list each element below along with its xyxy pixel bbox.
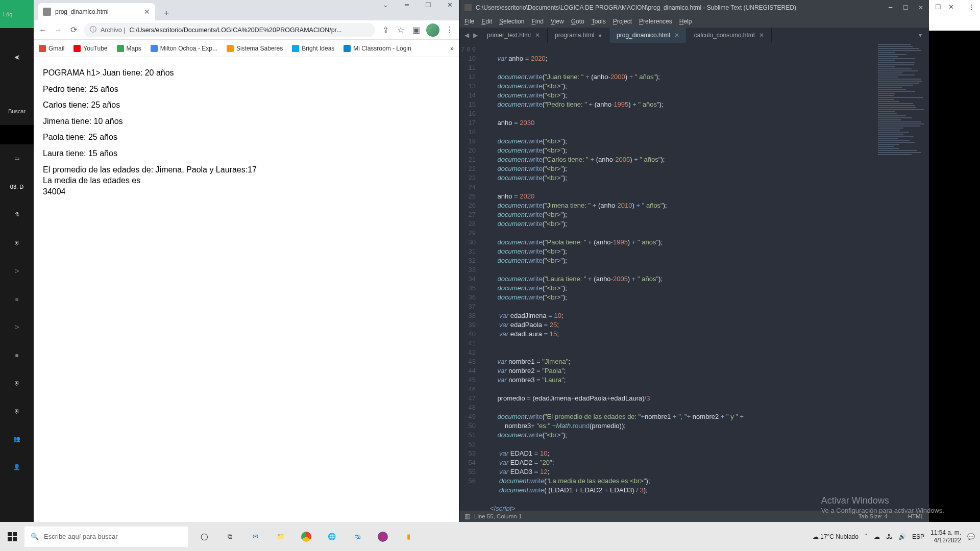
taskbar-search[interactable]: 🔍 Escribe aquí para buscar: [24, 527, 188, 547]
menu-goto[interactable]: Goto: [571, 18, 584, 25]
chrome-menu-icon[interactable]: ⋮: [445, 25, 455, 35]
svg-rect-0: [8, 532, 12, 536]
sublime-close-icon[interactable]: ✕: [916, 4, 926, 11]
taskbar-pinned-apps: ◯ ⧉ ✉ 📁 🌐 🛍 ▮: [193, 525, 420, 548]
menu-selection[interactable]: Selection: [499, 18, 524, 25]
sublime-tabs: ◀ ▶ primer_text.html✕programa.html●prog_…: [459, 28, 929, 43]
star-icon[interactable]: ☆: [396, 25, 406, 35]
system-tray: ☁ 17°C Nublado ˄ ☁ 🖧 🔊 ESP 11:54 a. m. 4…: [813, 529, 980, 544]
sublime-tab-calculo_consumo-html[interactable]: calculo_consumo.html✕: [687, 28, 772, 43]
bookmark-bright-ideas[interactable]: Bright Ideas: [292, 45, 334, 52]
page-footer-line: La media de las edades es: [43, 175, 450, 186]
bg-close-icon[interactable]: ✕: [948, 3, 954, 11]
extension-icon[interactable]: ▣: [411, 25, 421, 35]
chrome-chevron-icon[interactable]: ⌄: [379, 1, 391, 9]
tray-chevron-icon[interactable]: ˄: [865, 533, 868, 540]
cortana-icon[interactable]: ◯: [193, 525, 215, 548]
menu-view[interactable]: View: [551, 18, 564, 25]
menu-edit[interactable]: Edit: [481, 18, 492, 25]
sublime-app-icon: [464, 4, 472, 11]
sidebar-list2-icon[interactable]: ≡: [0, 341, 34, 369]
sidebar-play2-icon[interactable]: ▷: [0, 313, 34, 341]
weather-widget[interactable]: ☁ 17°C Nublado: [813, 533, 859, 540]
bookmark-maps[interactable]: Maps: [117, 45, 141, 52]
tray-volume-icon[interactable]: 🔊: [898, 533, 906, 540]
sublime-tab-prog_dinamico-html[interactable]: prog_dinamico.html✕: [609, 28, 687, 43]
sidebar-doc-icon[interactable]: ▭: [0, 144, 34, 172]
svg-rect-1: [13, 532, 17, 536]
page-footer-line: 34004: [43, 186, 450, 197]
url-field[interactable]: ⓘ Archivo | C:/Users/escritorio/Document…: [84, 23, 375, 37]
sidebar-shield-icon[interactable]: ⛨: [0, 229, 34, 257]
chrome-window-controls: ⌄ ━ ☐ ✕: [379, 1, 456, 9]
menu-file[interactable]: File: [464, 18, 474, 25]
sidebar-section-03[interactable]: 03. D: [0, 172, 34, 201]
status-panel-icon[interactable]: ▥: [464, 513, 470, 520]
chrome-window: prog_dinamico.html ✕ + ⌄ ━ ☐ ✕ ← → ⟳ ⓘ A…: [34, 0, 459, 522]
taskview-icon[interactable]: ⧉: [218, 525, 241, 548]
notifications-icon[interactable]: 💬: [967, 533, 975, 540]
sidebar-search-label[interactable]: Buscar: [0, 97, 34, 125]
bookmark-youtube[interactable]: YouTube: [74, 45, 107, 52]
sidebar-flask-icon[interactable]: ⚗: [0, 201, 34, 229]
tab-close-icon[interactable]: ✕: [144, 8, 150, 16]
minimap[interactable]: [873, 43, 929, 145]
sublime-taskbar-icon[interactable]: ▮: [397, 525, 420, 548]
bookmark-sistema-saberes[interactable]: Sistema Saberes: [227, 45, 283, 52]
bookmark-mi-classroom-login[interactable]: Mi Classroom - Login: [344, 45, 411, 52]
share-icon[interactable]: ⇪: [380, 25, 390, 35]
url-prefix: Archivo |: [101, 27, 125, 34]
sidebar-selected-block[interactable]: [0, 125, 34, 144]
reload-button[interactable]: ⟳: [68, 25, 79, 35]
svg-rect-3: [13, 537, 17, 541]
sublime-tab-programa-html[interactable]: programa.html●: [548, 28, 609, 43]
start-button[interactable]: [0, 522, 24, 551]
code-area[interactable]: var anho = 2020; document.write("Juan ti…: [480, 43, 929, 511]
tray-network-icon[interactable]: 🖧: [886, 533, 892, 540]
bookmark-milton-ochoa-exp-[interactable]: Milton Ochoa - Exp...: [151, 45, 217, 52]
tray-language[interactable]: ESP: [912, 533, 924, 540]
sublime-minimize-icon[interactable]: ━: [885, 4, 895, 11]
bg-menu-icon[interactable]: ⋮: [968, 3, 975, 11]
sidebar-collapse-icon[interactable]: ⮜: [0, 43, 34, 71]
menu-project[interactable]: Project: [613, 18, 632, 25]
sublime-tab-primer_text-html[interactable]: primer_text.html✕: [480, 28, 548, 43]
tab-nav-left-icon[interactable]: ◀: [462, 32, 471, 39]
back-button[interactable]: ←: [38, 26, 48, 35]
tray-onedrive-icon[interactable]: ☁: [874, 533, 880, 540]
menu-help[interactable]: Help: [679, 18, 692, 25]
explorer-icon[interactable]: 📁: [270, 525, 292, 548]
sidebar-list-icon[interactable]: ≡: [0, 285, 34, 313]
store-icon[interactable]: 🛍: [346, 525, 369, 548]
edge-icon[interactable]: 🌐: [321, 525, 343, 548]
sidebar-play-icon[interactable]: ▷: [0, 257, 34, 285]
chrome-toolbar: ← → ⟳ ⓘ Archivo | C:/Users/escritorio/Do…: [34, 20, 459, 40]
new-tab-button[interactable]: +: [159, 6, 174, 20]
tab-nav-right-icon[interactable]: ▶: [471, 32, 480, 39]
bookmarks-overflow-icon[interactable]: »: [450, 45, 454, 52]
bookmark-gmail[interactable]: Gmail: [39, 45, 64, 52]
sidebar-people-icon[interactable]: 👥: [0, 425, 34, 453]
sublime-maximize-icon[interactable]: ☐: [900, 4, 911, 11]
chrome-taskbar-icon[interactable]: [295, 525, 317, 548]
chrome-close-icon[interactable]: ✕: [444, 1, 456, 9]
mail-icon[interactable]: ✉: [244, 525, 266, 548]
chrome-minimize-icon[interactable]: ━: [401, 1, 413, 9]
tab-dropdown-icon[interactable]: ▾: [915, 32, 926, 39]
menu-tools[interactable]: Tools: [592, 18, 606, 25]
sublime-editor[interactable]: 7 8 9 10 11 12 13 14 15 16 17 18 19 20 2…: [459, 43, 929, 511]
forward-button[interactable]: →: [53, 26, 63, 35]
clock[interactable]: 11:54 a. m. 4/12/2022: [930, 529, 961, 544]
bg-maximize-icon[interactable]: ☐: [935, 3, 941, 11]
sidebar-logo[interactable]: Lóg: [0, 0, 34, 28]
profile-avatar[interactable]: [426, 23, 439, 37]
sidebar-shield3-icon[interactable]: ⛨: [0, 397, 34, 425]
app-icon[interactable]: [372, 525, 394, 548]
chrome-maximize-icon[interactable]: ☐: [422, 1, 434, 9]
menu-preferences[interactable]: Preferences: [639, 18, 672, 25]
sidebar-shield2-icon[interactable]: ⛨: [0, 369, 34, 397]
menu-find[interactable]: Find: [531, 18, 543, 25]
chrome-tab-active[interactable]: prog_dinamico.html ✕: [38, 3, 155, 20]
sublime-window-controls: ━ ☐ ✕: [885, 4, 926, 11]
sidebar-user-icon[interactable]: 👤: [0, 453, 34, 481]
